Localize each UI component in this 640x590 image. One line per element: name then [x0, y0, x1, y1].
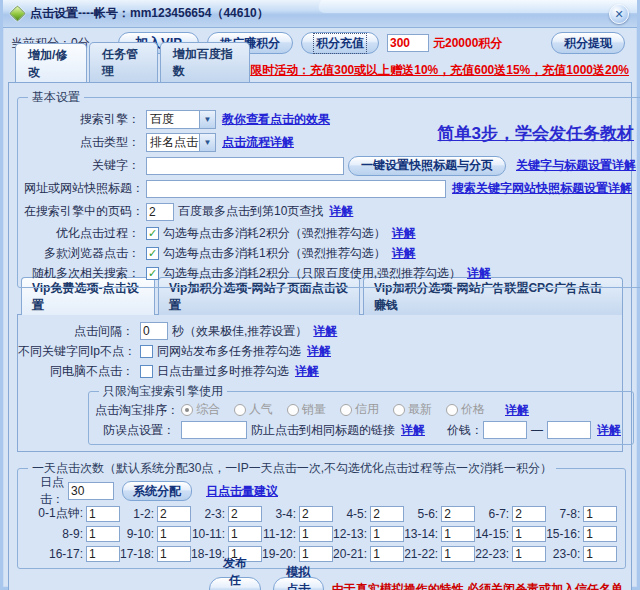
- url-snapshot-help-link[interactable]: 搜索关键字网站快照标题设置详解: [452, 180, 632, 197]
- close-button[interactable]: ✕: [609, 4, 629, 24]
- simulate-click-test-button[interactable]: 模拟点击测试: [273, 577, 324, 590]
- recharge-button[interactable]: 积分充值: [301, 32, 379, 54]
- browsers-checkbox[interactable]: [146, 247, 159, 260]
- hour-input-17[interactable]: [157, 546, 191, 562]
- hour-input-11[interactable]: [299, 526, 333, 542]
- promo-banner[interactable]: 限时活动：充值300或以上赠送10%，充值600送15%，充值1000送20%: [250, 62, 629, 82]
- chevron-down-icon[interactable]: ▼: [199, 134, 215, 151]
- taobao-sort-option-5[interactable]: 价格: [446, 401, 485, 418]
- hour-input-0[interactable]: [86, 506, 120, 522]
- click-flow-link[interactable]: 点击流程详解: [222, 134, 294, 151]
- hour-input-5[interactable]: [441, 506, 475, 522]
- recharge-button-label: 积分充值: [314, 34, 366, 53]
- main-tab-2[interactable]: 增加百度指数: [160, 42, 250, 82]
- taobao-sort-option-0[interactable]: 综合: [181, 401, 220, 418]
- hour-cell-10: 10-11:: [191, 526, 262, 542]
- taobao-sort-option-3[interactable]: 信用: [340, 401, 379, 418]
- url-label: 网址或网站快照标题：: [24, 180, 146, 197]
- tutorial-link[interactable]: 简单3步，学会发任务教材: [438, 122, 634, 145]
- hour-label-0: 0-1点钟:: [38, 505, 83, 522]
- hour-input-13[interactable]: [441, 526, 475, 542]
- random-search-checkbox[interactable]: [146, 267, 159, 280]
- click-interval-help-link[interactable]: 详解: [313, 323, 337, 340]
- page-number-help-link[interactable]: 详解: [329, 203, 353, 220]
- optimize-note: 勾选每点击多消耗2积分（强烈推荐勾选）: [163, 225, 386, 242]
- hour-input-9[interactable]: [157, 526, 191, 542]
- taobao-sort-row: 点击淘宝排序： 综合人气销量信用最新价格 详解: [95, 400, 627, 420]
- chevron-down-icon[interactable]: ▼: [199, 111, 215, 128]
- hour-label-2: 2-3:: [204, 507, 225, 521]
- hour-input-19[interactable]: [299, 546, 333, 562]
- hour-input-21[interactable]: [441, 546, 475, 562]
- misclick-note: 防止点击到相同标题的链接: [251, 422, 395, 439]
- optimize-checkbox[interactable]: [146, 227, 159, 240]
- same-pc-checkbox[interactable]: [140, 365, 153, 378]
- hour-input-23[interactable]: [583, 546, 617, 562]
- hour-input-20[interactable]: [370, 546, 404, 562]
- system-allocate-button[interactable]: 系统分配: [122, 481, 192, 501]
- hour-input-1[interactable]: [157, 506, 191, 522]
- recharge-amount-input[interactable]: [387, 34, 429, 52]
- search-engine-select[interactable]: 百度 ▼: [146, 110, 216, 129]
- hour-cell-0: 0-1点钟:: [24, 505, 120, 522]
- hour-input-3[interactable]: [299, 506, 333, 522]
- misclick-input[interactable]: [181, 421, 247, 439]
- hour-input-16[interactable]: [86, 546, 120, 562]
- main-tab-1[interactable]: 任务管理: [89, 42, 158, 82]
- random-search-help-link[interactable]: 详解: [467, 265, 491, 282]
- hour-input-7[interactable]: [583, 506, 617, 522]
- taobao-sort-help-link[interactable]: 详解: [505, 402, 529, 419]
- taobao-sort-option-4[interactable]: 最新: [393, 401, 432, 418]
- click-type-label: 点击类型：: [24, 134, 146, 151]
- keyword-title-help-link[interactable]: 关键字与标题设置详解: [516, 157, 636, 174]
- hour-input-22[interactable]: [512, 546, 546, 562]
- one-key-snapshot-button[interactable]: 一键设置快照标题与分页: [348, 156, 506, 176]
- price-label: 价钱：: [447, 422, 483, 439]
- daily-click-suggestion-link[interactable]: 日点击量建议: [206, 483, 278, 500]
- withdraw-points-button[interactable]: 积分提现: [551, 32, 625, 54]
- radio-label: 信用: [355, 401, 379, 418]
- basic-settings-title: 基本设置: [28, 89, 84, 106]
- view-click-effect-link[interactable]: 教你查看点击的效果: [222, 111, 330, 128]
- price-help-link[interactable]: 详解: [597, 422, 621, 439]
- optimize-help-link[interactable]: 详解: [392, 225, 416, 242]
- same-pc-help-link[interactable]: 详解: [295, 363, 319, 380]
- taobao-sort-option-1[interactable]: 人气: [234, 401, 273, 418]
- taobao-sort-option-2[interactable]: 销量: [287, 401, 326, 418]
- hour-input-4[interactable]: [370, 506, 404, 522]
- taobao-sort-label: 点击淘宝排序：: [95, 402, 181, 419]
- hour-input-10[interactable]: [228, 526, 262, 542]
- hour-input-8[interactable]: [86, 526, 120, 542]
- click-interval-input[interactable]: [140, 322, 168, 340]
- diff-keyword-row: 不同关键字同Ip不点： 同网站发布多任务推荐勾选 详解: [18, 341, 616, 361]
- hour-input-14[interactable]: [512, 526, 546, 542]
- hour-input-15[interactable]: [583, 526, 617, 542]
- diff-keyword-checkbox[interactable]: [140, 345, 153, 358]
- page-number-input[interactable]: [146, 203, 174, 221]
- click-type-select[interactable]: 排名点击 ▼: [146, 133, 216, 152]
- hour-input-2[interactable]: [228, 506, 262, 522]
- radio-label: 价格: [461, 401, 485, 418]
- hour-input-12[interactable]: [370, 526, 404, 542]
- main-tab-0[interactable]: 增加/修改: [15, 43, 87, 83]
- price-max-input[interactable]: [547, 421, 591, 439]
- hour-label-9: 9-10:: [127, 527, 154, 541]
- url-input[interactable]: [146, 180, 446, 198]
- keyword-input[interactable]: [146, 157, 344, 175]
- footer-actions: 发布任务/修改 模拟点击测试 由于真实模拟操作的特性,必须关闭杀毒或加入信任名单: [17, 577, 623, 590]
- hour-label-13: 13-14:: [404, 527, 438, 541]
- same-pc-row: 同电脑不点击： 日点击量过多时推荐勾选 详解: [18, 361, 616, 381]
- hour-cell-3: 3-4:: [262, 505, 333, 522]
- misclick-help-link[interactable]: 详解: [401, 422, 425, 439]
- click-type-value: 排名点击: [147, 134, 199, 151]
- taobao-only-group: 只限淘宝搜索引擎使用 点击淘宝排序： 综合人气销量信用最新价格 详解 防误点设置…: [88, 383, 634, 445]
- price-min-input[interactable]: [483, 421, 527, 439]
- hour-label-21: 21-22:: [404, 547, 438, 561]
- hour-cell-2: 2-3:: [191, 505, 262, 522]
- hour-cell-23: 23-0:: [546, 546, 617, 562]
- daily-click-input[interactable]: [68, 482, 114, 500]
- publish-task-button[interactable]: 发布任务/修改: [209, 577, 261, 590]
- diff-keyword-help-link[interactable]: 详解: [307, 343, 331, 360]
- browsers-help-link[interactable]: 详解: [392, 245, 416, 262]
- hour-input-6[interactable]: [512, 506, 546, 522]
